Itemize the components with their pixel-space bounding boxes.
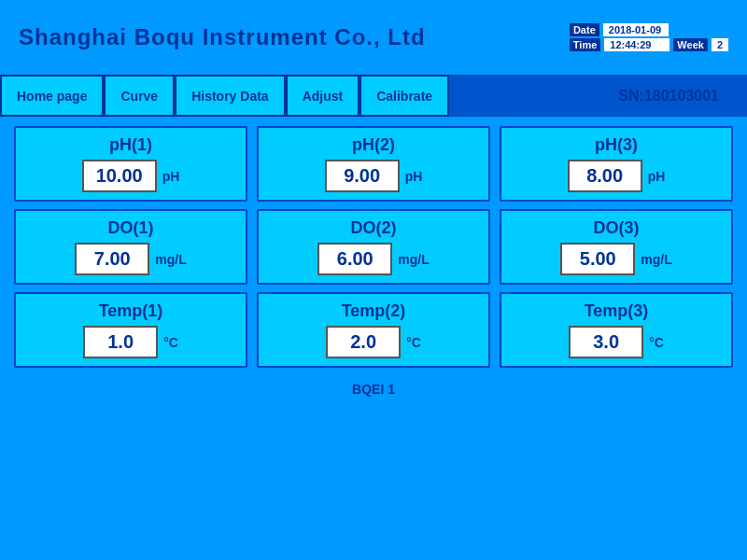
header: Shanghai Boqu Instrument Co., Ltd Date 2… [0,0,747,75]
sensor-value-ph2: 9.00 [325,160,400,192]
sensor-unit-temp1: °C [163,335,178,350]
week-value: 2 [712,38,728,51]
company-title: Shanghai Boqu Instrument Co., Ltd [19,24,426,50]
sensor-card-do3: DO(3)5.00mg/L [500,209,733,285]
nav-history-data[interactable]: History Data [175,75,285,117]
sensor-name-temp2: Temp(2) [342,301,406,321]
nav-curve[interactable]: Curve [104,75,175,117]
sensor-value-temp2: 2.0 [326,326,401,358]
sensor-value-ph1: 10.00 [82,160,157,192]
sensor-name-do1: DO(1) [108,218,154,238]
time-row: Time 12:44:29 Week 2 [570,38,728,51]
sensor-value-row-do3: 5.00mg/L [560,243,671,275]
sensor-value-row-ph3: 8.00pH [568,160,666,192]
sensor-unit-do1: mg/L [155,252,186,267]
sensor-name-ph2: pH(2) [352,135,395,155]
nav-adjust[interactable]: Adjust [286,75,360,117]
sensor-value-do1: 7.00 [75,243,149,275]
sensor-value-row-do1: 7.00mg/L [75,243,186,275]
sensor-name-temp3: Temp(3) [585,301,649,321]
sensor-value-row-temp1: 1.0°C [83,326,178,358]
sensor-unit-ph2: pH [405,169,423,184]
date-row: Date 2018-01-09 [570,23,728,36]
sensor-unit-do3: mg/L [641,252,671,267]
week-label: Week [673,38,708,51]
sensor-card-temp1: Temp(1)1.0°C [14,292,247,368]
sensor-value-do3: 5.00 [560,243,635,275]
nav-home-page[interactable]: Home page [0,75,104,117]
time-value: 12:44:29 [604,38,669,51]
sensor-card-temp3: Temp(3)3.0°C [500,292,733,368]
datetime-box: Date 2018-01-09 Time 12:44:29 Week 2 [570,23,728,51]
sensor-card-ph1: pH(1)10.00pH [14,126,247,202]
sensor-card-ph2: pH(2)9.00pH [257,126,490,202]
main-content: pH(1)10.00pHpH(2)9.00pHpH(3)8.00pHDO(1)7… [0,117,747,377]
sensor-unit-temp3: °C [649,335,664,350]
sensor-value-temp3: 3.0 [569,326,643,358]
sensor-value-do2: 6.00 [317,243,392,275]
sensor-name-do3: DO(3) [594,218,640,238]
navbar: Home page Curve History Data Adjust Cali… [0,75,747,117]
sensor-card-temp2: Temp(2)2.0°C [257,292,490,368]
nav-calibrate[interactable]: Calibrate [359,75,449,117]
sensor-card-do1: DO(1)7.00mg/L [14,209,247,285]
temp-row: Temp(1)1.0°CTemp(2)2.0°CTemp(3)3.0°C [14,292,733,368]
sensor-unit-ph1: pH [162,169,180,184]
sensor-value-row-do2: 6.00mg/L [317,243,429,275]
sensor-name-do2: DO(2) [351,218,397,238]
sensor-name-ph1: pH(1) [109,135,152,155]
sensor-value-temp1: 1.0 [83,326,158,358]
sn-label: SN:180103001 [618,88,719,105]
sensor-value-ph3: 8.00 [568,160,642,192]
sensor-name-ph3: pH(3) [595,135,638,155]
sensor-card-ph3: pH(3)8.00pH [500,126,733,202]
date-label: Date [570,23,599,36]
sensor-value-row-temp3: 3.0°C [569,326,664,358]
sensor-name-temp1: Temp(1) [99,301,163,321]
sensor-unit-do2: mg/L [398,252,429,267]
sensor-unit-ph3: pH [648,169,666,184]
do-row: DO(1)7.00mg/LDO(2)6.00mg/LDO(3)5.00mg/L [14,209,733,285]
sensor-value-row-temp2: 2.0°C [326,326,421,358]
sensor-value-row-ph2: 9.00pH [325,160,423,192]
time-label: Time [570,38,600,51]
footer-text: BQEI 1 [352,382,395,397]
sensor-value-row-ph1: 10.00pH [82,160,180,192]
sensor-unit-temp2: °C [406,335,421,350]
footer: BQEI 1 [0,377,747,401]
sensor-card-do2: DO(2)6.00mg/L [257,209,490,285]
ph-row: pH(1)10.00pHpH(2)9.00pHpH(3)8.00pH [14,126,733,202]
date-value: 2018-01-09 [603,23,669,36]
